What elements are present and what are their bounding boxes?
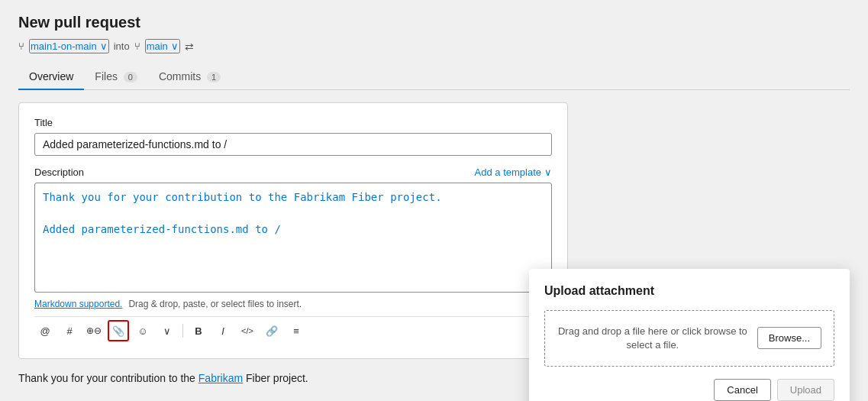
italic-button[interactable]: I [212, 320, 234, 341]
branch-row: ⑂ main1-on-main ∨ into ⑂ main ∨ ⇄ [18, 39, 850, 53]
source-branch-icon: ⑂ [18, 40, 24, 52]
reference-button[interactable]: ⊕⊖ [83, 320, 105, 341]
mention-button[interactable]: @ [34, 320, 56, 341]
upload-button[interactable]: Upload [777, 379, 834, 401]
tab-commits-badge: 1 [207, 72, 221, 82]
markdown-supported-link[interactable]: Markdown supported. [34, 299, 122, 309]
title-label: Title [34, 117, 552, 128]
page-title: New pull request [18, 14, 850, 31]
tab-commits-label: Commits [159, 70, 201, 82]
description-textarea[interactable]: Thank you for your contribution to the F… [34, 183, 552, 293]
into-text: into [114, 40, 130, 52]
add-template-button[interactable]: Add a template ∨ [475, 167, 552, 178]
editor-toolbar: @ # ⊕⊖ 📎 ☺ ∨ B I [34, 316, 552, 344]
dialog-title: Upload attachment [544, 284, 834, 298]
attach-button[interactable]: 📎 [108, 320, 129, 341]
tab-overview-label: Overview [29, 70, 73, 82]
browse-button[interactable]: Browse... [757, 327, 821, 349]
emoji-button[interactable]: ☺ [132, 320, 153, 341]
tab-files-label: Files [95, 70, 118, 82]
source-branch-chevron-icon: ∨ [100, 40, 108, 52]
pr-form: Title Description Add a template ∨ Thank… [18, 102, 568, 359]
description-header: Description Add a template ∨ [34, 167, 552, 178]
list-button[interactable]: ≡ [286, 320, 307, 341]
hashtag-button[interactable]: # [59, 320, 80, 341]
tab-files[interactable]: Files 0 [84, 64, 148, 90]
title-input[interactable] [34, 133, 552, 156]
target-branch-selector[interactable]: main ∨ [145, 39, 180, 53]
description-label: Description [34, 167, 84, 178]
cancel-button[interactable]: Cancel [714, 379, 770, 401]
target-branch-chevron-icon: ∨ [171, 40, 179, 52]
upload-drop-area[interactable]: Drag and drop a file here or click brows… [544, 310, 834, 367]
bold-icon: B [195, 325, 202, 337]
add-template-chevron-icon: ∨ [544, 167, 552, 178]
emoji-icon: ☺ [137, 325, 147, 337]
swap-branches-icon[interactable]: ⇄ [185, 40, 194, 53]
target-branch-label: main [147, 40, 168, 52]
emoji-dropdown-button[interactable]: ∨ [156, 320, 178, 341]
link-button[interactable]: 🔗 [261, 320, 282, 341]
tab-commits[interactable]: Commits 1 [148, 64, 231, 90]
drag-drop-text: Drag & drop, paste, or select files to i… [128, 299, 302, 309]
paperclip-icon: 📎 [112, 325, 124, 337]
tabs-bar: Overview Files 0 Commits 1 [18, 64, 850, 90]
chevron-down-icon: ∨ [163, 325, 171, 337]
ref-icon: ⊕⊖ [86, 325, 102, 336]
at-icon: @ [40, 325, 50, 337]
tab-files-badge: 0 [124, 72, 137, 82]
add-template-label: Add a template [475, 167, 541, 178]
link-icon: 🔗 [266, 325, 278, 337]
hash-icon: # [66, 325, 72, 337]
page: New pull request ⑂ main1-on-main ∨ into … [0, 0, 868, 401]
source-branch-label: main1-on-main [31, 40, 97, 52]
dialog-footer: Cancel Upload [544, 379, 834, 401]
italic-icon: I [221, 325, 224, 337]
code-icon: </> [241, 326, 253, 335]
tab-overview[interactable]: Overview [18, 64, 84, 90]
code-button[interactable]: </> [237, 320, 258, 341]
bold-button[interactable]: B [188, 320, 209, 341]
upload-drop-text: Drag and drop a file here or click brows… [557, 325, 748, 352]
upload-dialog: Upload attachment Drag and drop a file h… [529, 269, 850, 401]
toolbar-divider-1 [182, 324, 183, 338]
target-branch-icon: ⑂ [134, 40, 140, 52]
list-icon: ≡ [293, 325, 299, 337]
description-footer: Markdown supported. Drag & drop, paste, … [34, 298, 552, 310]
fabrikam-link[interactable]: Fabrikam [198, 372, 243, 384]
source-branch-selector[interactable]: main1-on-main ∨ [29, 39, 109, 53]
